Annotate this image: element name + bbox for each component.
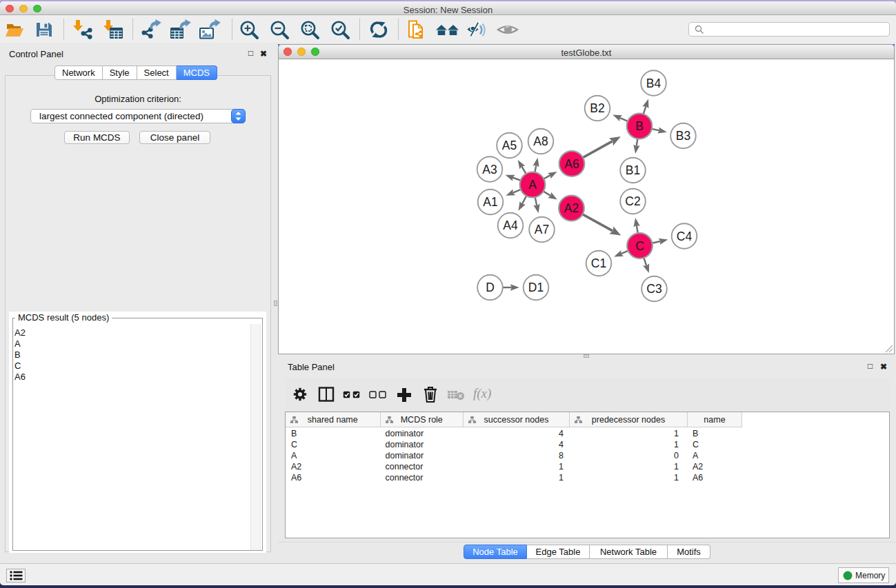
svg-text:A7: A7	[535, 223, 549, 236]
svg-text:A4: A4	[503, 219, 518, 232]
svg-text:C1: C1	[591, 256, 606, 270]
svg-text:D1: D1	[528, 281, 544, 294]
svg-text:B4: B4	[646, 77, 661, 90]
svg-text:C3: C3	[646, 282, 661, 296]
svg-text:A8: A8	[533, 134, 548, 148]
svg-text:B: B	[635, 119, 644, 133]
svg-text:A: A	[528, 178, 537, 192]
svg-text:B3: B3	[676, 129, 690, 143]
svg-text:A5: A5	[502, 139, 517, 152]
svg-text:D: D	[486, 281, 495, 294]
svg-text:B1: B1	[626, 163, 640, 177]
svg-text:A1: A1	[483, 195, 497, 209]
svg-text:A6: A6	[564, 157, 579, 171]
svg-text:C2: C2	[625, 194, 640, 208]
svg-text:C4: C4	[677, 230, 693, 243]
svg-text:Memory: Memory	[855, 571, 885, 580]
svg-text:A2: A2	[564, 201, 579, 215]
svg-text:B2: B2	[590, 101, 604, 115]
svg-text:C: C	[635, 239, 644, 253]
svg-text:A3: A3	[482, 163, 497, 176]
